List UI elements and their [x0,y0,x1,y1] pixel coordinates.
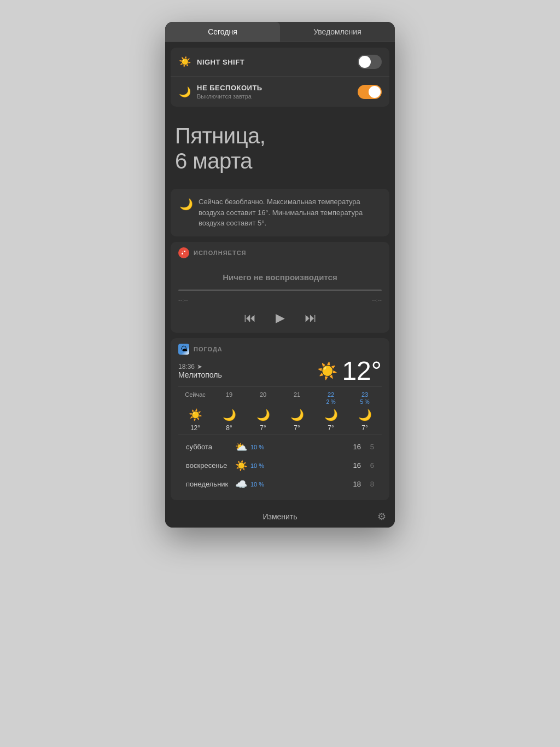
tab-notifications[interactable]: Уведомления [280,22,395,42]
daily-icon: ☀️ [235,460,247,472]
panel-footer: Изменить ⚙ [165,506,395,528]
daily-forecast: суббота ⛅ 10 % 16 5 воскресенье ☀️ 10 % … [178,434,382,497]
time-left: --:-- [178,297,188,303]
tab-today[interactable]: Сегодня [165,22,280,42]
tab-bar: Сегодня Уведомления [165,22,395,42]
now-playing-label: ИСПОЛНЯЕТСЯ [194,250,247,256]
hour-label: 22 [314,391,348,398]
hour-icon: ☀️ [178,408,212,422]
progress-container [171,289,389,294]
current-weather-icon: ☀️ [317,361,337,380]
night-shift-title: NIGHT SHIFT [197,58,358,66]
daily-precip: 10 % [250,444,264,450]
hour-icon: 🌙 [348,408,382,422]
hour-col-5: 23 5 % 🌙 7° [348,391,382,432]
location-arrow-icon: ➤ [197,363,202,370]
now-playing-section: ИСПОЛНЯЕТСЯ Ничего не воспроизводится --… [171,242,389,333]
dnd-knob [369,86,381,98]
hour-precip [246,399,280,407]
daily-icon-area: ☁️ 10 % [235,478,345,490]
hour-precip: 2 % [314,399,348,407]
daily-precip: 10 % [250,481,264,488]
daily-lo: 6 [361,461,374,470]
weather-time: 18:36 ➤ [178,363,222,370]
dnd-row: 🌙 НЕ БЕСПОКОИТЬ Выключится завтра [171,76,389,107]
date-section: Пятница, 6 марта [165,112,395,183]
hour-icon: 🌙 [246,408,280,422]
daily-row-0: суббота ⛅ 10 % 16 5 [178,438,382,456]
hour-temp: 8° [212,424,246,432]
hour-icon: 🌙 [280,408,314,422]
progress-track [178,289,382,291]
hour-temp: 7° [314,424,348,432]
daily-row-2: понедельник ☁️ 10 % 18 8 [178,475,382,494]
night-shift-icon: ☀️ [178,56,191,68]
hour-col-2: 20 🌙 7° [246,391,280,432]
play-button[interactable]: ▶ [276,312,285,324]
hour-temp: 7° [348,424,382,432]
daily-precip: 10 % [250,462,264,469]
now-playing-empty-text: Ничего не воспроизводится [171,263,389,289]
weather-section-label: ПОГОДА [194,346,223,352]
hour-label: 19 [212,391,246,398]
weather-widget: 🌤 ПОГОДА 18:36 ➤ Мелитополь ☀️ 12° С [171,338,389,500]
daily-icon-area: ⛅ 10 % [235,441,345,453]
settings-gear-icon[interactable]: ⚙ [377,511,386,523]
toggles-section: ☀️ NIGHT SHIFT 🌙 НЕ БЕСПОКОИТЬ Выключитс… [171,48,389,107]
hour-col-1: 19 🌙 8° [212,391,246,432]
hour-label: 20 [246,391,280,398]
weather-text-section: 🌙 Сейчас безоблачно. Максимальная темпер… [171,189,389,236]
notification-panel: Сегодня Уведомления ☀️ NIGHT SHIFT 🌙 НЕ … [165,22,395,528]
dnd-subtitle: Выключится завтра [197,93,358,100]
daily-hi: 18 [345,480,361,488]
dnd-title: НЕ БЕСПОКОИТЬ [197,84,358,92]
hour-col-0: Сейчас ☀️ 12° [178,391,212,432]
edit-button[interactable]: Изменить [262,512,297,521]
night-shift-knob [359,56,371,68]
time-right: --:-- [372,297,382,303]
dnd-icon: 🌙 [178,86,191,98]
rewind-button[interactable]: ⏮ [244,312,256,324]
daily-row-1: воскресенье ☀️ 10 % 16 6 [178,456,382,475]
hour-precip [178,399,212,407]
hour-col-3: 21 🌙 7° [280,391,314,432]
night-shift-row: ☀️ NIGHT SHIFT [171,48,389,76]
hour-precip: 5 % [348,399,382,407]
music-icon [178,247,189,258]
current-temperature: 12° [342,358,382,384]
daily-lo: 5 [361,443,374,451]
hour-temp: 12° [178,424,212,432]
daily-hi: 16 [345,443,361,451]
daily-hi: 16 [345,461,361,470]
fast-forward-button[interactable]: ⏭ [305,312,317,324]
daily-icon-area: ☀️ 10 % [235,460,345,472]
hourly-forecast: Сейчас ☀️ 12° 19 🌙 8° 20 🌙 7° 21 🌙 7° 22… [178,386,382,434]
playback-controls: ⏮ ▶ ⏭ [171,309,389,333]
daily-day: суббота [186,443,235,451]
weather-app-icon: 🌤 [178,344,189,355]
daily-lo: 8 [361,480,374,488]
daily-icon: ☁️ [235,478,247,490]
hour-label: 21 [280,391,314,398]
weather-city: Мелитополь [178,370,222,379]
hour-precip [212,399,246,407]
hour-icon: 🌙 [314,408,348,422]
hour-icon: 🌙 [212,408,246,422]
hour-col-4: 22 2 % 🌙 7° [314,391,348,432]
hour-label: Сейчас [178,391,212,398]
daily-day: воскресенье [186,461,235,470]
time-row: --:-- --:-- [171,294,389,309]
hour-precip [280,399,314,407]
date-display: Пятница, 6 марта [175,123,385,173]
weather-description: Сейчас безоблачно. Максимальная температ… [199,196,381,229]
dnd-toggle[interactable] [358,85,382,99]
daily-day: понедельник [186,480,235,488]
night-shift-toggle[interactable] [358,55,382,69]
hour-temp: 7° [246,424,280,432]
hour-label: 23 [348,391,382,398]
weather-moon-icon: 🌙 [179,198,193,211]
hour-temp: 7° [280,424,314,432]
daily-icon: ⛅ [235,441,247,453]
